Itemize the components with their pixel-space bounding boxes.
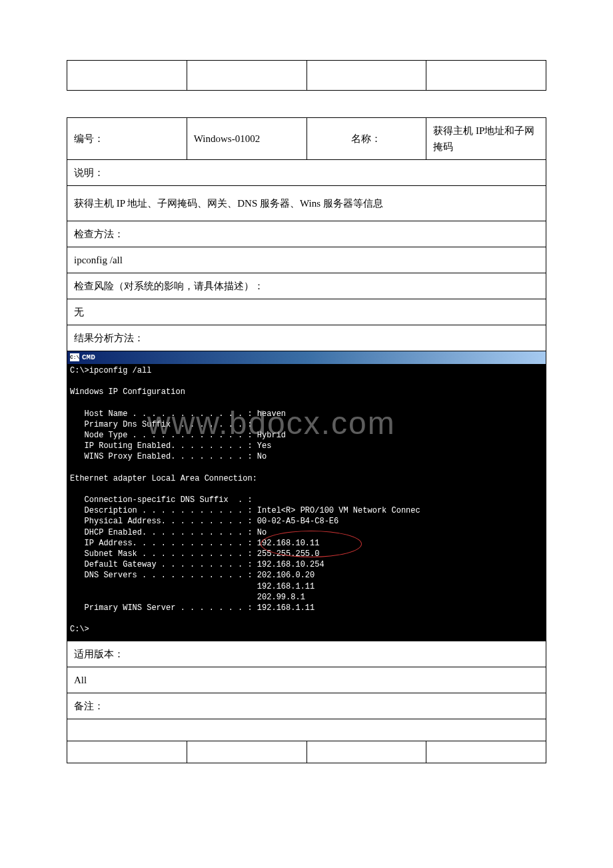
notes-body bbox=[67, 719, 546, 741]
cmd-titlebar: C:\ CMD bbox=[67, 351, 546, 364]
cmd-icon: C:\ bbox=[70, 353, 79, 361]
top-empty-table bbox=[67, 60, 546, 91]
header-row: 编号： Windows-01002 名称： 获得主机 IP地址和子网掩码 bbox=[67, 118, 546, 160]
cmd-output: C:\>ipconfig /all Windows IP Configurati… bbox=[67, 364, 546, 641]
method-body: ipconfig /all bbox=[67, 247, 546, 273]
main-table: 编号： Windows-01002 名称： 获得主机 IP地址和子网掩码 说明：… bbox=[67, 117, 546, 763]
bottom-cell-3 bbox=[306, 741, 426, 763]
desc-body: 获得主机 IP 地址、子网掩码、网关、DNS 服务器、Wins 服务器等信息 bbox=[74, 198, 383, 209]
bottom-cell-2 bbox=[187, 741, 306, 763]
id-label: 编号： bbox=[67, 118, 187, 160]
risk-label: 检查风险（对系统的影响，请具体描述）： bbox=[67, 273, 546, 299]
desc-label: 说明： bbox=[67, 160, 546, 186]
bottom-cell-4 bbox=[426, 741, 546, 763]
name-label: 名称： bbox=[306, 118, 426, 160]
analysis-label: 结果分析方法： bbox=[67, 325, 546, 351]
top-cell-1 bbox=[67, 61, 187, 91]
method-label: 检查方法： bbox=[67, 221, 546, 247]
top-cell-4 bbox=[426, 61, 546, 91]
cmd-window: C:\ CMD C:\>ipconfig /all Windows IP Con… bbox=[67, 351, 546, 641]
id-value: Windows-01002 bbox=[187, 118, 306, 160]
version-label: 适用版本： bbox=[67, 641, 546, 667]
risk-body: 无 bbox=[67, 299, 546, 325]
cmd-cell: C:\ CMD C:\>ipconfig /all Windows IP Con… bbox=[67, 351, 546, 641]
name-value: 获得主机 IP地址和子网掩码 bbox=[426, 118, 546, 160]
version-body: All bbox=[67, 667, 546, 693]
top-cell-2 bbox=[187, 61, 306, 91]
top-cell-3 bbox=[306, 61, 426, 91]
notes-label: 备注： bbox=[67, 693, 546, 719]
bottom-cell-1 bbox=[67, 741, 187, 763]
cmd-title-text: CMD bbox=[82, 353, 95, 363]
desc-body-cell: 获得主机 IP 地址、子网掩码、网关、DNS 服务器、Wins 服务器等信息 bbox=[67, 186, 546, 221]
